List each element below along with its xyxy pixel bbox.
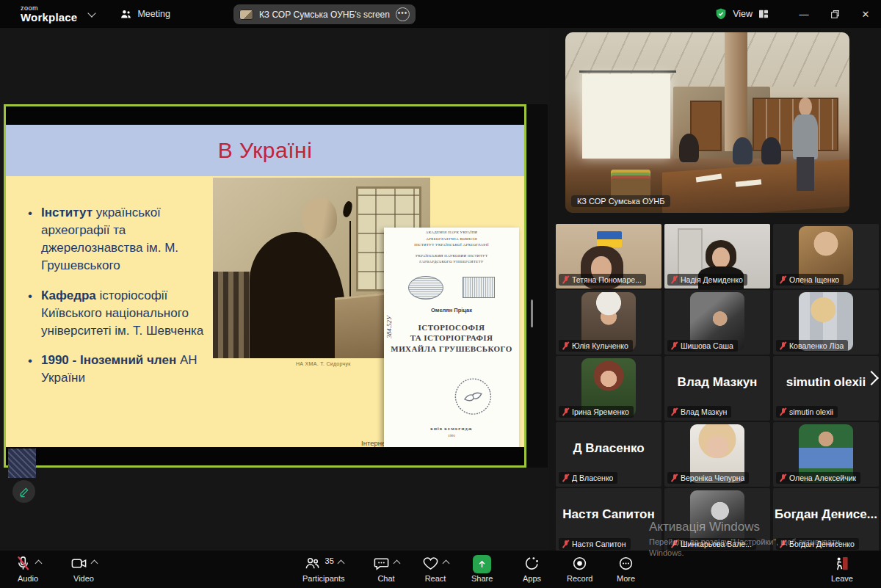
participant-name: simutin olexii (789, 407, 833, 416)
corner-overlay-square (8, 449, 36, 478)
shared-app-scrollbar (527, 104, 548, 468)
apps-button[interactable]: Apps (523, 555, 541, 583)
book-title: ТА ІСТОРІОГРАФІЯ (384, 333, 519, 344)
book-author: Омелян Пріцак (384, 307, 519, 313)
muted-mic-icon (670, 473, 678, 482)
participants-button[interactable]: 35 Participants (302, 555, 344, 583)
participant-name: Юлія Кульченко (572, 341, 628, 350)
close-button[interactable]: ✕ (850, 0, 881, 28)
audio-button[interactable]: Audio (15, 555, 41, 583)
audio-options-caret[interactable] (35, 560, 43, 567)
participant-tile[interactable]: Влад Мазкун Влад Мазкун (664, 356, 770, 421)
video-button[interactable]: Video (70, 555, 97, 583)
tab-shared-screen[interactable]: КЗ СОР Сумська ОУНБ's screen ••• (233, 4, 416, 24)
leave-button[interactable]: Leave (831, 555, 853, 583)
book-header: АКАДЕМІЯ НАУК УКРАЇНИ (384, 230, 519, 236)
participant-name: Олена Іщенко (789, 275, 839, 284)
muted-mic-icon (562, 540, 570, 548)
more-button[interactable]: More (617, 555, 635, 583)
ellipsis-icon[interactable]: ••• (396, 7, 410, 21)
participant-tile[interactable]: Д Власенко Д Власенко (556, 422, 661, 487)
participant-tile[interactable]: Надія Демиденко (664, 224, 770, 288)
annotate-button[interactable] (12, 480, 35, 503)
book-cover: АКАДЕМІЯ НАУК УКРАЇНИ АРХЕОГРАФІЧНА КОМІ… (384, 228, 519, 450)
participant-name: Коваленко Ліза (789, 341, 844, 350)
people-icon (120, 8, 132, 21)
heart-icon (422, 555, 439, 572)
participant-tile[interactable]: Олена Алексейчик (773, 422, 879, 487)
record-button[interactable]: Record (567, 555, 592, 583)
react-button[interactable]: React (422, 555, 449, 583)
chevron-down-icon[interactable] (88, 9, 96, 17)
bullet-item: •Інститут української археографії та дже… (28, 204, 213, 275)
brand-workplace: Workplace (21, 12, 77, 23)
participant-tile[interactable]: Юлія Кульченко (556, 290, 661, 355)
chat-button[interactable]: Chat (373, 555, 399, 583)
participant-tile[interactable]: Шишова Саша (664, 290, 770, 355)
muted-mic-icon (670, 275, 678, 284)
participant-name: Влад Мазкун (681, 407, 727, 416)
participant-tile[interactable]: Коваленко Ліза (773, 290, 879, 355)
chat-bubble-icon (373, 555, 390, 572)
participant-tile[interactable]: Вероніка Чепурна (664, 422, 770, 487)
video-options-caret[interactable] (91, 560, 98, 567)
participant-name: Богдан Денисенко (789, 540, 855, 548)
scrollbar-thumb[interactable] (531, 300, 533, 327)
book-header: ІНСТИТУТ УКРАЇНСЬКОЇ АРХЕОГРАФІЇ (384, 242, 519, 249)
react-options-caret[interactable] (443, 560, 450, 567)
view-layout-icon[interactable] (758, 8, 769, 20)
ukraine-flag (597, 231, 622, 247)
slide-letterbox-bottom (6, 447, 524, 465)
shared-screen-tab-label: КЗ СОР Сумська ОУНБ's screen (259, 10, 390, 20)
participant-tile[interactable]: Богдан Денисе... Богдан Денисенко (773, 488, 879, 553)
video-camera-icon (70, 555, 87, 572)
book-header: ГАРВАРДСЬКОГО УНІВЕРСИТЕТУ (384, 259, 519, 266)
chevron-right-icon (864, 371, 879, 385)
participant-display-name: Влад Мазкун (664, 356, 770, 409)
slide-letterbox-top (6, 106, 524, 125)
participant-tile[interactable]: Тетяна Пономаре... (556, 224, 661, 288)
participant-tile[interactable]: Шинкарьова Вале... (664, 488, 770, 553)
book-call-number: 384.52У (385, 316, 393, 338)
slide-body: •Інститут української археографії та дже… (6, 176, 524, 451)
muted-mic-icon (562, 407, 570, 416)
participant-display-name: Богдан Денисе... (773, 488, 879, 541)
library-room-scene (565, 32, 849, 213)
book-emblem-building (463, 277, 495, 298)
muted-mic-icon (779, 407, 787, 416)
main-speaker-video[interactable]: КЗ СОР Сумська ОУНБ (565, 32, 849, 213)
participant-gallery: Тетяна Пономаре... Надія Демиденко Олена… (556, 224, 879, 554)
share-button[interactable]: Share (471, 555, 493, 583)
gallery-next-page-button[interactable] (866, 367, 878, 389)
participant-tile[interactable]: Настя Сапитон Настя Сапитон (556, 488, 661, 553)
security-shield-icon[interactable] (714, 7, 728, 21)
participant-display-name: simutin olexii (773, 356, 879, 409)
participant-name: Настя Сапитон (572, 540, 626, 548)
minimize-button[interactable]: — (788, 0, 819, 28)
book-header: АРХЕОГРАФІЧНА КОМІСІЯ (384, 236, 519, 243)
muted-mic-icon (779, 275, 787, 284)
participant-tile[interactable]: simutin olexii simutin olexii (773, 356, 879, 421)
participant-tile[interactable]: Ірина Яременко (556, 356, 661, 421)
participant-name: Д Власенко (572, 473, 613, 482)
participant-display-name: Д Власенко (556, 422, 661, 475)
view-button-label[interactable]: View (733, 9, 753, 19)
slide-title-band: В Україні (6, 125, 524, 176)
participant-name: Олена Алексейчик (789, 473, 856, 482)
participant-name: Надія Демиденко (681, 275, 743, 284)
more-ellipsis-icon (617, 555, 634, 572)
muted-mic-icon (562, 341, 570, 350)
muted-mic-icon (562, 275, 570, 284)
restore-button[interactable] (819, 0, 850, 28)
participant-name: Шишова Саша (681, 341, 733, 350)
chat-options-caret[interactable] (394, 560, 401, 567)
muted-mic-icon (562, 473, 570, 482)
participants-options-caret[interactable] (337, 560, 344, 567)
shared-screen-area: В Україні •Інститут української археогра… (0, 28, 549, 551)
tab-meeting[interactable]: Meeting (120, 8, 170, 21)
participants-count: 35 (325, 556, 334, 565)
slide-bullet-list: •Інститут української археографії та дже… (28, 204, 213, 399)
zoom-workplace-logo: zoom Workplace (21, 5, 77, 23)
muted-mic-icon (779, 473, 787, 482)
participant-tile[interactable]: Олена Іщенко (773, 224, 879, 288)
